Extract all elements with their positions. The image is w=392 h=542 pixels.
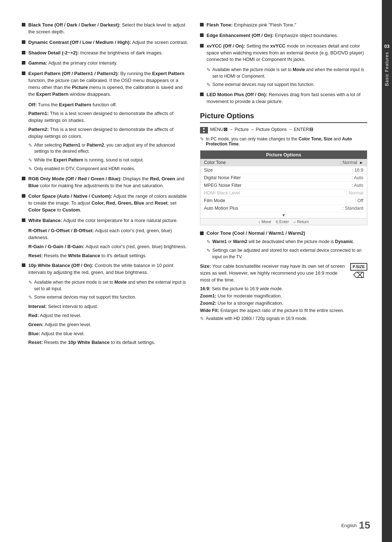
list-item: Gamma: Adjust the primary color intensit…	[22, 60, 189, 67]
green-item: Green: Adjust the green level.	[28, 321, 189, 328]
picture-options-row-size: Size : 16:9	[200, 167, 367, 174]
left-bullet-list: Black Tone (Off / Dark / Darker / Darkes…	[22, 22, 189, 98]
po-value: : Normal	[340, 160, 357, 165]
item-text: Increase the brightness of dark images.	[79, 50, 163, 56]
expert-note-2: ✎ While the Expert Pattern is running, s…	[28, 157, 189, 164]
list-item: 10p White Balance (Off / On): Controls t…	[22, 262, 189, 276]
note-icon: ✎	[207, 67, 211, 74]
menu-path: ■■ MENU⊠ → Picture → Picture Options → E…	[200, 127, 367, 134]
note-icon: ✎	[200, 316, 204, 323]
sidebar-tab: 03 Basic Features	[382, 0, 392, 542]
bullet-icon	[22, 263, 25, 267]
note-icon: ✎	[207, 82, 211, 89]
right-column: Flesh Tone: Emphasize pink "Flesh Tone."…	[200, 22, 367, 520]
picture-options-row-film: Film Mode : Off	[200, 197, 367, 205]
picture-options-row-hdmi: HDMI Black Level: Normal	[200, 189, 367, 197]
po-label: Film Mode	[204, 198, 355, 203]
picture-options-row-amp: Auto Motion Plus : Standard	[200, 205, 367, 212]
bullet-icon	[22, 177, 25, 180]
list-item: Expert Pattern (Off / Pattern1 / Pattern…	[22, 70, 189, 98]
list-item: White Balance: Adjust the color temperat…	[22, 217, 189, 224]
bullet-icon	[22, 51, 25, 54]
blue-item: Blue: Adjust the blue level.	[28, 330, 189, 337]
wb-rgain: R-Gain / G-Gain / B-Gain: Adjust each co…	[28, 243, 189, 250]
bullet-icon	[22, 40, 25, 44]
po-value: : Auto	[352, 175, 363, 180]
po-label: HDMI Black Level	[204, 190, 346, 196]
item-text: Adjust the primary color intensity.	[47, 60, 117, 66]
po-value: : Standard	[342, 206, 363, 211]
bullet-icon	[22, 194, 25, 198]
po-value: : Auto	[352, 183, 363, 188]
picture-options-row-colortone: Color Tone : Normal ►	[200, 159, 367, 167]
picture-options-row-dnf: Digital Noise Filter : Auto	[200, 174, 367, 182]
po-label: Color Tone	[204, 160, 340, 165]
po-label: Digital Noise Filter	[204, 175, 352, 180]
item-bold: Expert Pattern (Off / Pattern1 / Pattern…	[28, 71, 119, 76]
list-item: xvYCC (Off / On): Setting the xvYCC mode…	[200, 43, 367, 63]
wb-roffset: R-Offset / G-Offset / B-Offset: Adjust e…	[28, 227, 189, 241]
red-item: Red: Adjust the red level.	[28, 312, 189, 319]
footer-text: English	[341, 523, 357, 528]
wb-reset: Reset: Resets the White Balance to it's …	[28, 252, 189, 259]
left-column: Black Tone (Off / Dark / Darker / Darkes…	[22, 22, 189, 520]
left-bullet-list-3: 10p White Balance (Off / On): Controls t…	[22, 262, 189, 276]
picture-options-row-mpeg: MPEG Noise Filter : Auto	[200, 182, 367, 189]
item-text: Adjust the screen contrast.	[131, 40, 188, 45]
expert-pattern2: Pattern2: This is a test screen designed…	[28, 126, 189, 140]
po-label: Auto Motion Plus	[204, 206, 342, 211]
list-item: Color Space (Auto / Native / Custom): Ad…	[22, 193, 189, 214]
item-bold: Shadow Detail (-2~+2):	[28, 50, 79, 56]
page-number: 15	[359, 520, 370, 531]
warm-note: ✎ Warm1 or Warm2 will be deactivated whe…	[207, 239, 367, 246]
color-tone-item: Color Tone (Cool / Normal / Warm1 / Warm…	[200, 230, 367, 236]
list-item: Shadow Detail (-2~+2): Increase the brig…	[22, 50, 189, 57]
zoom-items: 16:9: Sets the picture to 16:9 wide mode…	[200, 285, 367, 314]
po-value: : 16:9	[352, 168, 363, 173]
bullet-icon	[22, 23, 25, 26]
right-bullet-list-1: Flesh Tone: Emphasize pink "Flesh Tone."…	[200, 22, 367, 63]
menu-icon: ■■	[200, 127, 208, 134]
po-arrow: ►	[359, 160, 363, 165]
po-label: Size	[204, 168, 352, 173]
item-text: By running the	[119, 71, 152, 76]
sidebar-number: 03	[384, 44, 389, 49]
bullet-icon	[200, 231, 204, 235]
xvycc-note-2: ✎ Some external devices may not support …	[207, 82, 367, 89]
note-icon: ✎	[28, 157, 32, 164]
expert-note-3: ✎ Only enabled in DTV, Component and HDM…	[28, 166, 189, 173]
bullet-icon	[22, 218, 25, 222]
bullet-icon	[200, 44, 204, 48]
item-bold: Gamma:	[28, 60, 47, 66]
bullet-icon	[22, 61, 25, 65]
picture-options-header: Picture Options	[200, 151, 367, 159]
page-footer: English 15	[341, 520, 370, 531]
po-value: : Normal	[346, 190, 363, 196]
in-pc-note: ✎ In PC mode, you can only make changes …	[200, 136, 367, 147]
item-bold: Dynamic Contrast (Off / Low / Medium / H…	[28, 40, 131, 45]
list-item: Black Tone (Off / Dark / Darker / Darkes…	[22, 22, 189, 36]
bullet-icon	[200, 23, 204, 26]
psize-badge: P.SIZE ⌫	[350, 263, 367, 280]
po-more: ▼	[200, 212, 367, 218]
xvycc-note-1: ✎ Available when the picture mode is set…	[207, 67, 367, 79]
bullet-icon	[22, 71, 25, 75]
bullet-icon	[200, 33, 204, 37]
list-item: RGB Only Mode (Off / Red / Green / Blue)…	[22, 176, 189, 189]
note-icon: ✎	[28, 166, 32, 173]
note-icon: ✎	[200, 136, 204, 142]
note-icon: ✎	[28, 294, 32, 301]
item-bold: Black Tone (Off / Dark / Darker / Darkes…	[28, 22, 121, 28]
list-item: Edge Enhancement (Off / On): Emphasize o…	[200, 32, 367, 39]
right-bullet-list-2: LED Motion Plus (Off / On): Removes drag…	[200, 91, 367, 105]
note-icon: ✎	[207, 239, 211, 246]
size-note: ✎ Available with HD 1080i / 720p signals…	[200, 316, 367, 323]
po-footer: ↕ Move ⎗ Enter ↵ Return	[200, 218, 367, 225]
list-item: Dynamic Contrast (Off / Low / Medium / H…	[22, 39, 189, 46]
interval-item: Interval: Select interval to adjust.	[28, 303, 189, 310]
expert-off: Off: Turns the Expert Pattern function o…	[28, 102, 189, 108]
expert-note-1: ✎ After selecting Pattern1 or Pattern2, …	[28, 142, 189, 155]
10p-note-2: ✎ Some external devices may not support …	[28, 294, 189, 301]
note-icon: ✎	[28, 279, 32, 286]
size-section: Size: Your cable box/satellite receiver …	[200, 263, 367, 324]
